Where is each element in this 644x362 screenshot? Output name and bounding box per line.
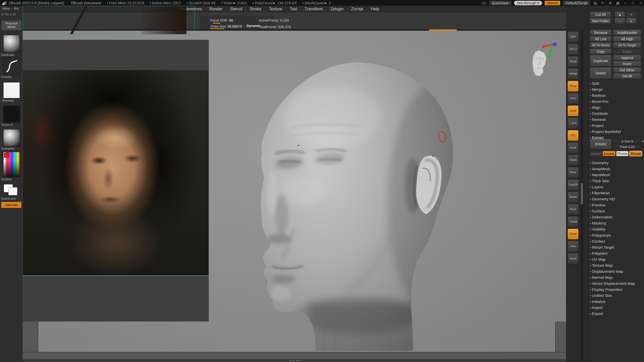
- shelf-transp-button[interactable]: Transp: [568, 216, 578, 227]
- shelf-actual-button[interactable]: Actual: [568, 56, 578, 67]
- delete-button[interactable]: Delete: [590, 67, 611, 79]
- del-other-button[interactable]: Del Other: [613, 67, 641, 73]
- draw-size-slider[interactable]: Draw Size 30.69679: [210, 24, 242, 28]
- section-unified-skin[interactable]: ▸Unified Skin: [589, 292, 644, 298]
- section-displacement-map[interactable]: ▸Displacement Map: [589, 268, 644, 274]
- dynamic-toggle[interactable]: Dynamic: [247, 24, 260, 28]
- section-align[interactable]: ▸Align: [589, 104, 644, 110]
- section-nanomesh[interactable]: ▸NanoMesh: [589, 172, 644, 178]
- section-thick-skin[interactable]: ▸Thick Skin: [589, 178, 644, 184]
- maximize-icon[interactable]: □: [630, 1, 635, 5]
- section-visibility[interactable]: ▸Visibility: [589, 226, 644, 232]
- section-uv-map[interactable]: ▸UV Map: [589, 256, 644, 262]
- menu-item-texture[interactable]: Texture: [269, 7, 282, 11]
- shelf-spix-3-button[interactable]: SPix 3: [568, 44, 578, 55]
- section-deformation[interactable]: ▸Deformation: [589, 214, 644, 220]
- double-toggle[interactable]: Double: [603, 151, 615, 156]
- section-texture-map[interactable]: ▸Texture Map: [589, 262, 644, 268]
- shelf-local-button[interactable]: Local: [568, 106, 578, 116]
- selected-color-swatch[interactable]: [4, 153, 9, 158]
- section-remesh[interactable]: ▸Remesh: [589, 116, 644, 122]
- scrollbar-thumb[interactable]: [581, 183, 583, 205]
- append-button[interactable]: Append: [613, 55, 641, 60]
- shelf-rotate-button[interactable]: Rotate: [568, 192, 578, 202]
- sculpt-head-model[interactable]: [249, 60, 458, 351]
- shelf-move-button[interactable]: Move: [568, 167, 578, 178]
- tab-brush[interactable]: Bru: [12, 7, 21, 10]
- section-polypaint[interactable]: ▸Polypaint: [589, 250, 644, 256]
- section-polygroups[interactable]: ▸Polygroups: [589, 232, 644, 238]
- canvas-horizontal-scrollbar[interactable]: ◄◄ ►►: [23, 359, 566, 362]
- thumb-gradient[interactable]: [3, 152, 20, 177]
- reference-image-window-main[interactable]: [23, 40, 209, 322]
- focal-shift-slider[interactable]: Focal Shift -56: [210, 18, 233, 22]
- section-contact[interactable]: ▸Contact: [589, 238, 644, 244]
- section-arraymesh[interactable]: ▸ArrayMesh: [589, 166, 644, 172]
- section-fibermesh[interactable]: ▸FiberMesh: [589, 190, 644, 196]
- shelf-aahalf-button[interactable]: AAHalf: [568, 69, 578, 79]
- thickness-slider[interactable]: Thick 0.02: [613, 145, 641, 149]
- draw-size-slider-track[interactable]: [210, 28, 224, 29]
- gear-icon[interactable]: ⚙: [608, 1, 613, 5]
- section-masking[interactable]: ▸Masking: [589, 220, 644, 226]
- section-geometry[interactable]: ▸Geometry: [589, 160, 644, 166]
- thumb-texture-o[interactable]: [3, 106, 20, 122]
- shelf-l-sym-button[interactable]: L.Sym: [568, 118, 578, 128]
- shelf-solo-button[interactable]: Solo: [568, 241, 578, 252]
- section-merge[interactable]: ▸Merge: [589, 86, 644, 92]
- reference-image-window-top[interactable]: [23, 6, 195, 34]
- see-through-slider[interactable]: See-through 0: [514, 1, 542, 5]
- autoreorder-button[interactable]: AutoReorder: [613, 30, 641, 35]
- shelf-ghost-button[interactable]: Ghost: [568, 229, 578, 239]
- section-geometry-hd[interactable]: ▸Geometry HD: [589, 196, 644, 202]
- menu-item-render[interactable]: Render: [209, 7, 222, 11]
- shelf-floor-button[interactable]: Floor: [568, 93, 578, 104]
- focal-shift-slider-track[interactable]: [213, 23, 220, 24]
- scroll-arrows-icon[interactable]: ◄◄ ►►: [289, 359, 302, 362]
- quicksave-button[interactable]: QuickSave: [489, 1, 511, 5]
- section-normal-map[interactable]: ▸Normal Map: [589, 274, 644, 280]
- menu-item-zplugin[interactable]: Zplugin: [330, 7, 343, 11]
- minimize-icon[interactable]: ─: [623, 1, 628, 5]
- paste-button[interactable]: Paste: [613, 49, 641, 54]
- menu-item-zscript[interactable]: Zscript: [351, 7, 363, 11]
- section-vector-displacement-map[interactable]: ▸Vector Displacement Map: [589, 280, 644, 286]
- menu-item-transform[interactable]: Transform: [305, 7, 323, 11]
- grid-icon[interactable]: ▦: [615, 1, 620, 5]
- all-to-target-button[interactable]: All To Target: [613, 42, 641, 48]
- section-project-basrelief[interactable]: ▸Project BasRelief: [589, 128, 644, 134]
- folder-extract-icon[interactable]: ↳: [626, 18, 636, 24]
- section-morph-target[interactable]: ▸Morph Target: [589, 244, 644, 250]
- shelf-persp-button[interactable]: Persp: [568, 81, 578, 92]
- rename-button[interactable]: Rename: [590, 30, 611, 35]
- alternate-button[interactable]: Alternate: [1, 202, 21, 208]
- extract-button[interactable]: Extract: [590, 139, 611, 149]
- palette-icon[interactable]: ▤: [593, 1, 598, 5]
- close-icon[interactable]: ×: [638, 1, 643, 5]
- folder-move-icon[interactable]: →: [615, 18, 625, 24]
- menus-button[interactable]: Menus: [545, 1, 560, 5]
- document-position-indicator[interactable]: [429, 29, 457, 31]
- menu-item-help[interactable]: Help: [371, 7, 379, 11]
- new-folder-button[interactable]: New Folder: [590, 18, 611, 24]
- section-split[interactable]: ▸Split: [589, 80, 644, 86]
- menu-item-stroke[interactable]: Stroke: [250, 7, 261, 11]
- section-project[interactable]: ▸Project: [589, 122, 644, 128]
- thumb-freehan[interactable]: [3, 58, 20, 75]
- all-low-button[interactable]: All Low: [590, 36, 611, 41]
- thumb-startupmat[interactable]: [3, 129, 20, 146]
- insert-button[interactable]: Insert: [613, 61, 641, 66]
- thumb-brushalp[interactable]: [3, 82, 20, 98]
- default-zscript-button[interactable]: DefaultZScript: [563, 1, 590, 5]
- all-high-button[interactable]: All High: [613, 36, 641, 41]
- accept-button[interactable]: Accept: [590, 151, 602, 156]
- projection-master-button[interactable]: Projection Master: [2, 21, 21, 30]
- section-layers[interactable]: ▸Layers: [589, 184, 644, 190]
- menu-item-stencil[interactable]: Stencil: [230, 7, 242, 11]
- section-bevel-pro[interactable]: ▸Bevel Pro: [589, 98, 644, 104]
- pen-icon[interactable]: ✎: [600, 1, 605, 5]
- tcorner-toggle[interactable]: TCorne: [616, 151, 628, 156]
- tborder-toggle[interactable]: TBorde: [629, 151, 642, 156]
- menu-item-tool[interactable]: Tool: [290, 7, 297, 11]
- shelf-bpr-button[interactable]: BPR: [568, 32, 578, 42]
